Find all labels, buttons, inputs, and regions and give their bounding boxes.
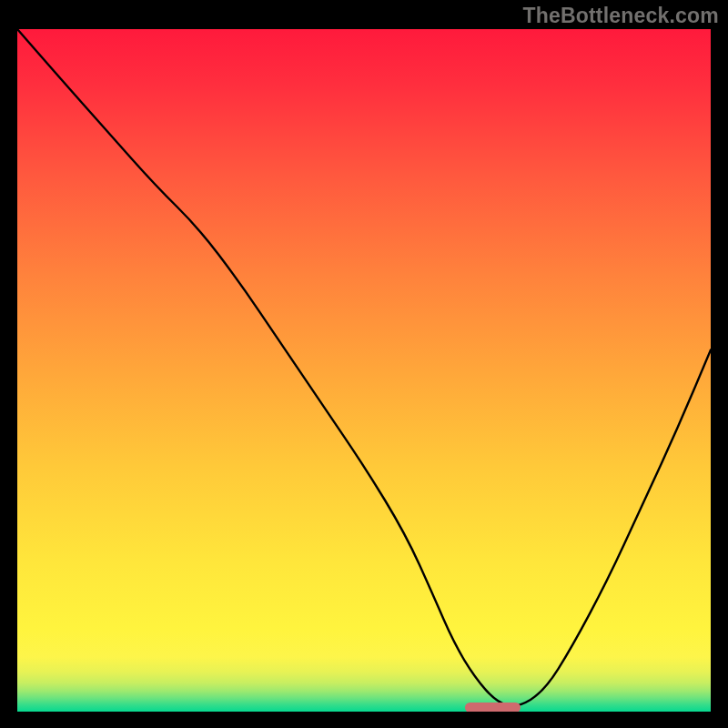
watermark-text: TheBottleneck.com bbox=[522, 4, 719, 28]
curve-path bbox=[17, 29, 711, 706]
chart-frame: TheBottleneck.com bbox=[0, 0, 728, 728]
bottleneck-curve bbox=[17, 29, 711, 712]
plot-area bbox=[17, 29, 711, 712]
optimal-marker bbox=[465, 703, 521, 712]
